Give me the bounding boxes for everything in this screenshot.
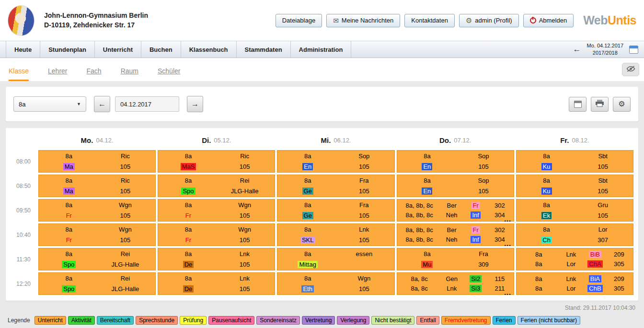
more-lessons-indicator[interactable]: ...	[504, 216, 511, 223]
dateiablage-button[interactable]: Dateiablage	[276, 14, 322, 27]
lesson-cell[interactable]: 8aSopEn105	[397, 175, 514, 197]
lesson-cell[interactable]: 8aessenMittag	[277, 248, 394, 270]
lesson-subject-chip: Si3	[470, 285, 482, 292]
lesson-cell[interactable]: 8aLnkBiA2098aLorChB305	[516, 272, 633, 295]
lesson-teacher: essen	[356, 250, 372, 258]
lesson-room: 105	[598, 212, 608, 219]
lesson-subject: Spo	[62, 285, 76, 293]
subnav-item-lehrer[interactable]: Lehrer	[48, 67, 67, 81]
lesson-room: 304	[494, 211, 505, 219]
right-arrow-icon: →	[191, 100, 199, 108]
lesson-room: 105	[598, 187, 608, 195]
nav-item-administration[interactable]: Administration	[291, 41, 352, 58]
more-lessons-indicator[interactable]: ...	[504, 240, 511, 247]
legend-item: Nicht bestätigt	[371, 316, 414, 325]
nav-item-buchen[interactable]: Buchen	[141, 41, 181, 58]
settings-button[interactable]: ⚙	[613, 97, 631, 112]
lesson-cell[interactable]: 8aWgnFr105	[158, 199, 275, 222]
lesson-class: 8a	[535, 260, 542, 268]
lesson-teacher: Rei	[240, 177, 250, 184]
lesson-cell[interactable]: 8aRicMaS105	[158, 150, 275, 173]
time-label: 10:40	[11, 223, 36, 246]
lesson-cell[interactable]: 8a, 8cGenSi21158a, 8cLnkSi3211...	[397, 272, 514, 295]
lesson-class: 8a	[66, 152, 72, 160]
lesson-subject: Fr	[184, 212, 193, 219]
lesson-cell[interactable]: 8aReiSpoJLG-Halle	[158, 175, 275, 197]
nav-item-stundenplan[interactable]: Stundenplan	[40, 41, 95, 58]
day-header: Do.07.12.	[397, 132, 514, 148]
lesson-cell[interactable]: 8aWgnFr105	[38, 199, 156, 222]
lesson-teacher: Wgn	[119, 226, 132, 233]
lesson-cell[interactable]: 8aGruEk105	[516, 199, 633, 222]
lesson-cell[interactable]: 8aLorCh307	[516, 223, 633, 246]
lesson-room: 105	[359, 187, 369, 195]
lesson-subject-chip: Fr	[184, 212, 193, 219]
lesson-cell[interactable]: 8aSbtKu105	[516, 150, 633, 173]
legend: Legende UnterrichtAktivitätBereitschaftS…	[6, 314, 638, 325]
nav-item-stammdaten[interactable]: Stammdaten	[237, 41, 291, 58]
lesson-cell[interactable]: 8aWgnFr105	[158, 223, 275, 246]
current-date-display[interactable]: Mo. 04.12.2017 2017/2018	[587, 42, 623, 57]
logout-button[interactable]: Abmelden	[523, 14, 574, 27]
lesson-room: JLG-Halle	[111, 285, 139, 293]
profile-button[interactable]: ⚙ admin (Profil)	[459, 14, 519, 27]
settings-gear-icon: ⚙	[618, 100, 625, 108]
lesson-cell[interactable]: 8aLnkDe105	[158, 248, 275, 270]
lesson-cell[interactable]: 8aSopEn105	[277, 150, 394, 173]
lesson-cell[interactable]: 8aFraGe105	[277, 175, 394, 197]
subnav-item-raum[interactable]: Raum	[121, 67, 138, 81]
date-input[interactable]	[115, 96, 179, 112]
next-week-button[interactable]: →	[187, 96, 203, 112]
calendar-icon[interactable]	[629, 46, 638, 54]
lesson-subject-chip: Eth	[301, 285, 314, 293]
calendar-view-button[interactable]	[569, 97, 586, 112]
lesson-cell[interactable]: 8aLnkDe105	[158, 272, 275, 295]
class-select[interactable]: 8a ▼	[13, 96, 86, 112]
lesson-cell[interactable]: 8a, 8b, 8cBerFr3028a, 8b, 8cNehInf304...	[397, 199, 514, 222]
lesson-class: 8a	[535, 285, 542, 292]
left-arrow-icon: ←	[98, 100, 106, 108]
lesson-cell[interactable]: 8aWgnEth105	[277, 272, 394, 295]
nav-item-heute[interactable]: Heute	[6, 41, 40, 58]
lesson-subject-chip: Si2	[470, 275, 482, 282]
lesson-cell[interactable]: 8aSbtKu105	[516, 175, 633, 197]
timetable-toolbar: 8a ▼ ← → ⚙	[6, 87, 638, 121]
lesson-cell[interactable]: 8aFraMu309	[397, 248, 514, 270]
lesson-subject-chip: Fr	[472, 226, 480, 234]
prev-date-arrow-icon[interactable]: ←	[573, 45, 581, 54]
day-name: Di.	[202, 136, 211, 144]
subnav-item-fach[interactable]: Fach	[87, 67, 102, 81]
lesson-cell[interactable]: 8aFraGe105	[277, 199, 394, 222]
visibility-toggle-button[interactable]	[622, 63, 639, 76]
lesson-cell[interactable]: 8aReiSpoJLG-Halle	[38, 272, 156, 295]
lesson-teacher: Ber	[447, 226, 457, 234]
kontaktdaten-button[interactable]: Kontaktdaten	[404, 14, 455, 27]
lesson-cell[interactable]: 8aRicMa105	[38, 150, 156, 173]
lesson-line: 8aLorChA305	[518, 260, 631, 268]
more-lessons-indicator[interactable]: ...	[504, 289, 511, 296]
lesson-class: 8a	[543, 152, 550, 160]
subnav-item-klasse[interactable]: Klasse	[9, 67, 29, 81]
prev-week-button[interactable]: ←	[94, 96, 110, 112]
lesson-subject-chip: Inf	[471, 236, 480, 243]
nav-item-klassenbuch[interactable]: Klassenbuch	[181, 41, 237, 58]
lesson-cell[interactable]: 8aLnkSKL105	[277, 223, 394, 246]
print-button[interactable]	[591, 97, 609, 112]
lesson-class: 8a	[185, 177, 192, 184]
lesson-cell[interactable]: 8aRicMa105	[38, 175, 156, 197]
lesson-cell[interactable]: 8aReiSpoJLG-Halle	[38, 248, 156, 270]
lesson-subject: MaS	[181, 163, 196, 170]
subnav-item-schüler[interactable]: Schüler	[158, 67, 180, 81]
messages-button[interactable]: ✉ Meine Nachrichten	[326, 14, 400, 27]
lesson-room: 209	[614, 251, 624, 258]
lesson-teacher: Lnk	[240, 250, 250, 258]
lesson-room: 105	[240, 236, 250, 244]
lesson-cell[interactable]: 8aWgnFr105	[38, 223, 156, 246]
lesson-subject-chip: Ku	[541, 187, 552, 195]
class-select-value: 8a	[19, 101, 25, 108]
lesson-cell[interactable]: 8aLnkBiB2098aLorChA305	[516, 248, 633, 270]
lesson-cell[interactable]: 8aSopEn105	[397, 150, 514, 173]
lesson-cell[interactable]: 8a, 8b, 8cBerFr3028a, 8b, 8cNehInf304...	[397, 223, 514, 246]
nav-item-unterricht[interactable]: Unterricht	[95, 41, 141, 58]
toolbar-right-buttons: ⚙	[569, 97, 631, 112]
